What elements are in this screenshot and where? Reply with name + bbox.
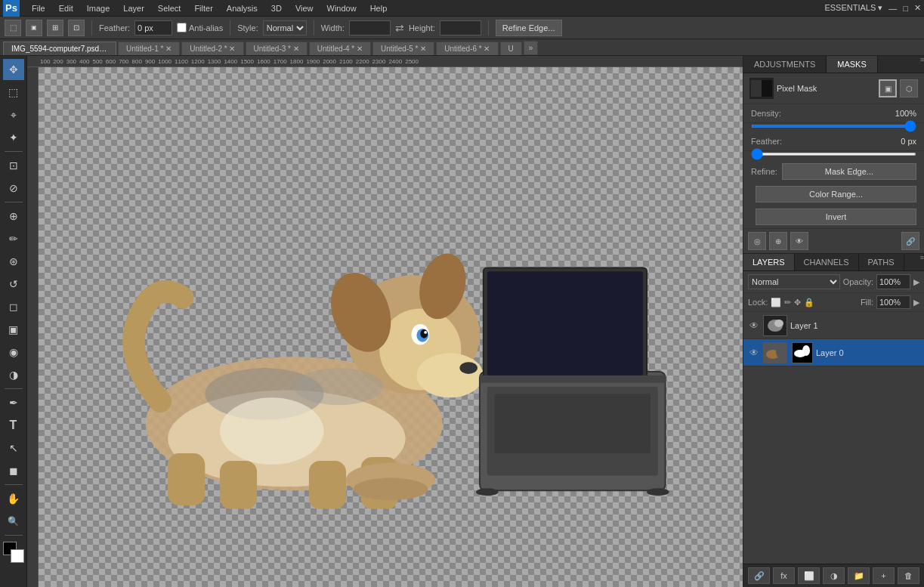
- width-input[interactable]: [349, 20, 391, 36]
- path-select-tool-btn[interactable]: ↖: [3, 437, 24, 459]
- color-swatches[interactable]: [3, 542, 24, 563]
- color-range-button[interactable]: Color Range...: [756, 186, 916, 202]
- tab-untitled4[interactable]: Untitled-4 * ✕: [309, 42, 371, 55]
- marquee-options-icon[interactable]: ⬚: [5, 20, 21, 36]
- tab-untitled2[interactable]: Untitled-2 * ✕: [181, 42, 243, 55]
- svg-point-5: [459, 362, 477, 374]
- layer0-eye[interactable]: 👁: [748, 347, 760, 359]
- paths-tab-btn[interactable]: PATHS: [859, 254, 904, 270]
- mask-edge-button[interactable]: Mask Edge...: [782, 163, 916, 180]
- crop-tool-btn[interactable]: ⊡: [3, 155, 24, 176]
- width-swap-icon[interactable]: ⇄: [395, 22, 404, 34]
- menu-analysis[interactable]: Analysis: [221, 2, 264, 14]
- lock-pixels-icon[interactable]: ✏: [784, 298, 791, 307]
- move-tool-btn[interactable]: ✥: [3, 59, 24, 80]
- history-tool-btn[interactable]: ↺: [3, 273, 24, 295]
- tab-active[interactable]: IMG_5594-computer7.psd @ 33.3% (Layer 0,…: [3, 42, 116, 55]
- tab-overflow[interactable]: »: [524, 41, 539, 55]
- panel-collapse-arrow[interactable]: ≡: [920, 56, 924, 73]
- layers-tab-btn[interactable]: LAYERS: [743, 254, 795, 270]
- marquee-options-icon3[interactable]: ⊞: [47, 20, 63, 36]
- view-mask-btn[interactable]: ◎: [748, 232, 766, 250]
- shape-tool-btn[interactable]: ◼: [3, 460, 24, 481]
- type-tool-btn[interactable]: T: [3, 415, 24, 436]
- feather-input[interactable]: [134, 20, 172, 36]
- eraser-tool-btn[interactable]: ◻: [3, 296, 24, 317]
- tab-untitled6[interactable]: Untitled-6 * ✕: [436, 42, 498, 55]
- layers-panel-arrow[interactable]: ≡: [920, 254, 924, 270]
- vector-mask-btn[interactable]: ⬡: [900, 79, 918, 97]
- lock-transparency-icon[interactable]: ⬜: [771, 298, 781, 307]
- link-layers-btn[interactable]: 🔗: [748, 567, 770, 584]
- new-adjustment-btn[interactable]: ◑: [823, 567, 845, 584]
- background-color[interactable]: [11, 549, 24, 563]
- lock-position-icon[interactable]: ✥: [794, 298, 801, 307]
- maximize-btn[interactable]: □: [903, 4, 908, 13]
- refine-edge-button[interactable]: Refine Edge...: [496, 20, 562, 36]
- menu-3d[interactable]: 3D: [265, 2, 288, 14]
- adjustments-tab[interactable]: ADJUSTMENTS: [743, 56, 827, 73]
- menu-filter[interactable]: Filter: [188, 2, 218, 14]
- add-style-btn[interactable]: fx: [773, 567, 795, 584]
- dodge-tool-btn[interactable]: ◑: [3, 364, 24, 385]
- lasso-tool-btn[interactable]: ⌖: [3, 104, 24, 125]
- close-btn[interactable]: ✕: [914, 3, 921, 13]
- menu-layer[interactable]: Layer: [117, 2, 150, 14]
- blur-tool-btn[interactable]: ◉: [3, 341, 24, 363]
- channels-tab-btn[interactable]: CHANNELS: [795, 254, 859, 270]
- healing-tool-btn[interactable]: ⊕: [3, 205, 24, 227]
- brush-tool-btn[interactable]: ✏: [3, 228, 24, 249]
- invert-button[interactable]: Invert: [756, 209, 916, 225]
- magic-wand-tool-btn[interactable]: ✦: [3, 127, 24, 148]
- canvas-area[interactable]: 100 200 300 400 500 600 700 800 900 1000…: [27, 56, 743, 587]
- fill-input[interactable]: [876, 295, 910, 309]
- pen-tool-btn[interactable]: ✒: [3, 392, 24, 413]
- menu-view[interactable]: View: [289, 2, 320, 14]
- toggle-mask-btn[interactable]: 👁: [790, 232, 808, 250]
- style-select[interactable]: Normal: [263, 20, 307, 36]
- masks-tab[interactable]: MASKS: [827, 56, 878, 73]
- link-mask-btn[interactable]: 🔗: [901, 232, 919, 250]
- minimize-btn[interactable]: —: [888, 4, 897, 13]
- density-slider[interactable]: [751, 125, 916, 128]
- tab-untitled5[interactable]: Untitled-5 * ✕: [372, 42, 434, 55]
- canvas-inner[interactable]: [27, 67, 743, 587]
- new-group-btn[interactable]: 📁: [848, 567, 870, 584]
- add-mask-btn[interactable]: ⬜: [798, 567, 820, 584]
- new-layer-btn[interactable]: +: [873, 567, 895, 584]
- marquee-options-icon4[interactable]: ⊡: [68, 20, 85, 36]
- fill-arrow[interactable]: ▶: [913, 298, 919, 307]
- clone-tool-btn[interactable]: ⊛: [3, 251, 24, 272]
- menu-file[interactable]: File: [26, 2, 51, 14]
- apply-mask-btn[interactable]: ⊕: [769, 232, 787, 250]
- menu-window[interactable]: Window: [321, 2, 363, 14]
- menu-help[interactable]: Help: [364, 2, 394, 14]
- tab-untitled1[interactable]: Untitled-1 * ✕: [118, 42, 180, 55]
- style-label: Style:: [237, 23, 258, 32]
- layer-item-layer0[interactable]: 👁 Layer 0: [743, 339, 924, 366]
- menu-image[interactable]: Image: [81, 2, 116, 14]
- anti-alias-checkbox[interactable]: [177, 23, 187, 32]
- hand-tool-btn[interactable]: ✋: [3, 488, 24, 509]
- essentials-btn[interactable]: ESSENTIALS ▾: [824, 3, 882, 13]
- pixel-mask-btn[interactable]: ▣: [879, 79, 897, 97]
- tab-untitled3[interactable]: Untitled-3 * ✕: [246, 42, 307, 55]
- blend-mode-select[interactable]: Normal Multiply Screen: [748, 274, 840, 289]
- layer-item-layer1[interactable]: 👁 Layer 1: [743, 312, 924, 339]
- opacity-input[interactable]: [876, 274, 910, 289]
- layer1-eye[interactable]: 👁: [748, 320, 760, 332]
- menu-edit[interactable]: Edit: [53, 2, 79, 14]
- delete-layer-btn[interactable]: 🗑: [898, 567, 919, 584]
- height-input[interactable]: [440, 20, 481, 36]
- gradient-tool-btn[interactable]: ▣: [3, 319, 24, 340]
- marquee-tool-btn[interactable]: ⬚: [3, 82, 24, 103]
- feather-label: Feather:: [99, 23, 130, 32]
- tab-u[interactable]: U: [500, 42, 522, 55]
- zoom-tool-btn[interactable]: 🔍: [3, 511, 24, 532]
- lock-all-icon[interactable]: 🔒: [804, 298, 814, 307]
- marquee-options-icon2[interactable]: ▣: [26, 20, 42, 36]
- eyedropper-tool-btn[interactable]: ⊘: [3, 178, 24, 199]
- feather-slider[interactable]: [751, 153, 916, 156]
- menu-select[interactable]: Select: [152, 2, 187, 14]
- opacity-arrow[interactable]: ▶: [913, 277, 919, 287]
